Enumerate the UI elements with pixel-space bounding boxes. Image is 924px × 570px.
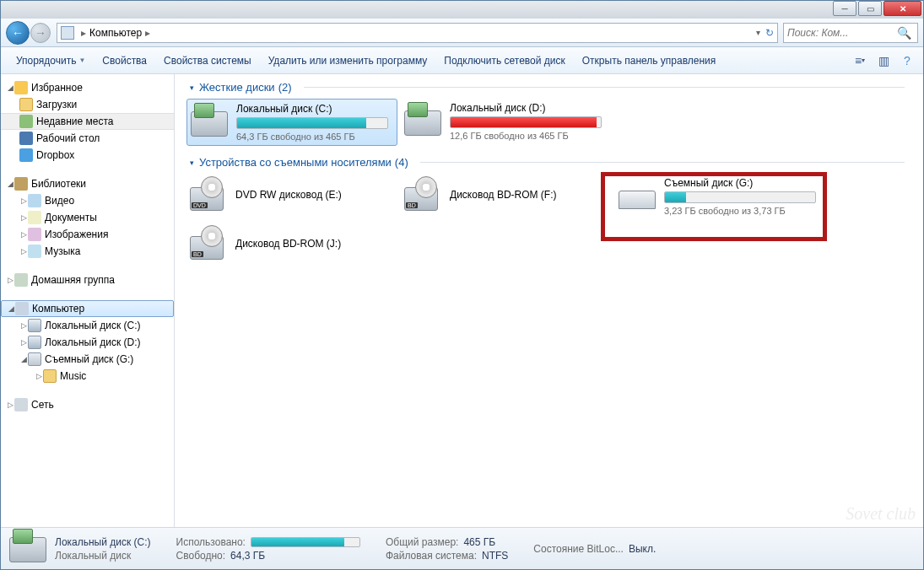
sidebar-disk-c[interactable]: ▷Локальный диск (C:) <box>1 317 174 334</box>
sidebar-documents[interactable]: ▷Документы <box>1 209 174 226</box>
bd-icon: BD <box>190 236 224 260</box>
address-bar[interactable]: ▸ Компьютер ▸ ▾ ↻ <box>57 23 778 43</box>
drive-name: Дисковод BD-ROM (F:) <box>450 189 608 201</box>
sidebar-music-folder[interactable]: ▷Music <box>1 368 174 384</box>
network-icon <box>14 398 28 411</box>
refresh-icon[interactable]: ↻ <box>765 27 774 39</box>
drive-j[interactable]: BD Дисковод BD-ROM (J:) <box>186 223 397 270</box>
drive-f[interactable]: BD Дисковод BD-ROM (F:) <box>401 174 612 221</box>
status-used-label: Использовано: <box>176 536 246 548</box>
capacity-bar <box>236 117 388 129</box>
status-free-value: 64,3 ГБ <box>230 550 265 562</box>
breadcrumb-location[interactable]: Компьютер <box>89 27 142 39</box>
capacity-bar <box>450 116 602 128</box>
minimize-button[interactable]: ─ <box>833 1 856 16</box>
forward-button[interactable]: → <box>30 23 51 43</box>
search-input[interactable] <box>787 27 897 39</box>
usb-icon <box>28 352 41 366</box>
dvd-icon: DVD <box>190 187 224 211</box>
titlebar: ─ ▭ ✕ <box>1 1 923 19</box>
details-pane: Локальный диск (C:) Локальный диск Испол… <box>1 527 923 569</box>
computer-icon <box>15 302 29 315</box>
properties-button[interactable]: Свойства <box>94 55 155 67</box>
dropdown-icon[interactable]: ▾ <box>756 28 760 37</box>
document-icon <box>28 211 41 224</box>
uninstall-button[interactable]: Удалить или изменить программу <box>260 55 436 67</box>
maximize-button[interactable]: ▭ <box>858 1 882 16</box>
status-bitlocker-value: Выкл. <box>629 543 656 555</box>
status-total-value: 465 ГБ <box>463 536 495 548</box>
drive-free-text: 64,3 ГБ свободно из 465 ГБ <box>236 132 393 142</box>
sidebar-downloads[interactable]: Загрузки <box>1 96 174 113</box>
drive-name: DVD RW дисковод (E:) <box>235 189 394 201</box>
annotation-highlight <box>601 172 827 241</box>
navigation-pane: ◢Избранное Загрузки Недавние места Рабоч… <box>1 74 175 527</box>
search-box[interactable]: 🔍 <box>783 23 918 43</box>
content-area: ▾ Жесткие диски (2) Локальный диск (C:) … <box>175 74 923 527</box>
sidebar-disk-g[interactable]: ◢Съемный диск (G:) <box>1 351 174 368</box>
system-properties-button[interactable]: Свойства системы <box>155 55 260 67</box>
preview-pane-icon[interactable]: ▥ <box>874 51 893 70</box>
music-icon <box>28 245 41 258</box>
video-icon <box>28 194 41 207</box>
sidebar-disk-d[interactable]: ▷Локальный диск (D:) <box>1 334 174 351</box>
status-drive-name: Локальный диск (C:) <box>55 536 151 548</box>
status-total-label: Общий размер: <box>386 536 458 548</box>
status-capacity-bar <box>251 537 360 547</box>
library-icon <box>14 177 28 191</box>
nav-bar: ← → ▸ Компьютер ▸ ▾ ↻ 🔍 <box>1 19 923 47</box>
sidebar-favorites[interactable]: ◢Избранное <box>1 79 174 96</box>
drive-name: Дисковод BD-ROM (J:) <box>235 238 394 250</box>
drive-name: Локальный диск (D:) <box>450 102 608 114</box>
map-drive-button[interactable]: Подключить сетевой диск <box>435 55 573 67</box>
status-drive-type: Локальный диск <box>55 550 151 562</box>
breadcrumb-separator: ▸ <box>81 27 86 39</box>
drive-e[interactable]: DVD DVD RW дисковод (E:) <box>186 174 397 221</box>
sidebar-computer[interactable]: ◢Компьютер <box>1 300 174 317</box>
sidebar-recent[interactable]: Недавние места <box>1 113 174 130</box>
breadcrumb-separator: ▸ <box>145 27 150 39</box>
back-button[interactable]: ← <box>6 21 30 45</box>
group-header-hdd[interactable]: ▾ Жесткие диски (2) <box>181 78 923 99</box>
sidebar-dropbox[interactable]: Dropbox <box>1 147 174 164</box>
search-icon[interactable]: 🔍 <box>897 26 911 40</box>
status-fs-value: NTFS <box>482 550 508 562</box>
bd-icon: BD <box>404 187 438 211</box>
folder-icon <box>19 98 33 111</box>
recent-icon <box>19 115 33 128</box>
dropbox-icon <box>19 148 33 162</box>
help-icon[interactable]: ? <box>898 51 916 70</box>
sidebar-desktop[interactable]: Рабочий стол <box>1 130 174 147</box>
drive-c[interactable]: Локальный диск (C:) 64,3 ГБ свободно из … <box>186 99 397 146</box>
sidebar-libraries[interactable]: ◢Библиотеки <box>1 175 174 192</box>
collapse-icon[interactable]: ▾ <box>190 159 194 167</box>
status-free-label: Свободно: <box>176 550 226 562</box>
status-fs-label: Файловая система: <box>386 550 477 562</box>
organize-button[interactable]: Упорядочить▼ <box>8 55 94 67</box>
pictures-icon <box>28 228 41 241</box>
sidebar-pictures[interactable]: ▷Изображения <box>1 226 174 243</box>
hdd-icon <box>404 110 441 136</box>
sidebar-music[interactable]: ▷Музыка <box>1 243 174 260</box>
hdd-icon <box>191 111 228 137</box>
control-panel-button[interactable]: Открыть панель управления <box>574 55 725 67</box>
homegroup-icon <box>14 273 28 287</box>
folder-icon <box>43 369 57 383</box>
hdd-icon <box>9 537 46 562</box>
collapse-icon[interactable]: ▾ <box>190 83 194 92</box>
view-options-icon[interactable]: ≡▾ <box>851 51 869 70</box>
computer-icon <box>61 26 74 40</box>
star-icon <box>14 81 28 94</box>
hdd-icon <box>28 319 41 332</box>
drive-name: Локальный диск (C:) <box>236 103 393 115</box>
hdd-icon <box>28 336 41 349</box>
sidebar-network[interactable]: ▷Сеть <box>1 396 174 413</box>
close-button[interactable]: ✕ <box>883 1 921 16</box>
group-header-removable[interactable]: ▾ Устройства со съемными носителями (4) <box>181 153 923 174</box>
explorer-window: ─ ▭ ✕ ← → ▸ Компьютер ▸ ▾ ↻ 🔍 Упорядочит… <box>0 0 924 570</box>
drive-d[interactable]: Локальный диск (D:) 12,6 ГБ свободно из … <box>401 99 612 146</box>
sidebar-videos[interactable]: ▷Видео <box>1 192 174 209</box>
drive-free-text: 12,6 ГБ свободно из 465 ГБ <box>450 131 608 141</box>
desktop-icon <box>19 132 33 145</box>
sidebar-homegroup[interactable]: ▷Домашняя группа <box>1 272 174 288</box>
